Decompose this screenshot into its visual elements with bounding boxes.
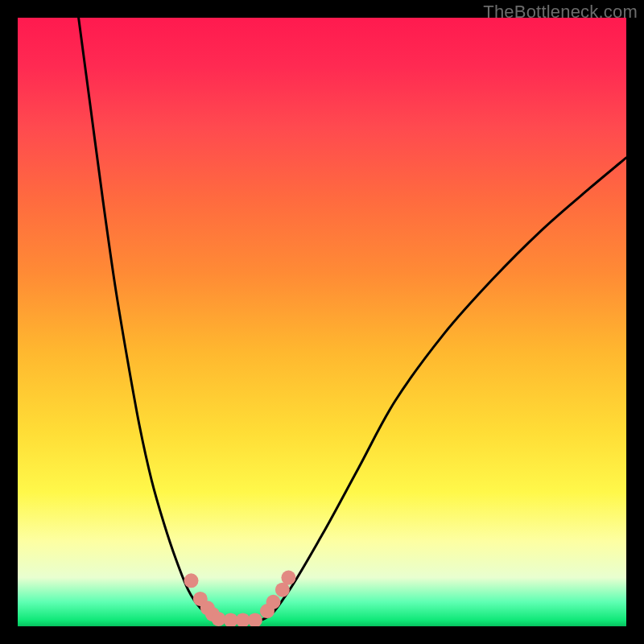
background-gradient — [18, 18, 626, 626]
plot-area — [18, 18, 626, 626]
watermark-text: TheBottleneck.com — [483, 2, 638, 23]
chart-frame — [18, 18, 626, 626]
